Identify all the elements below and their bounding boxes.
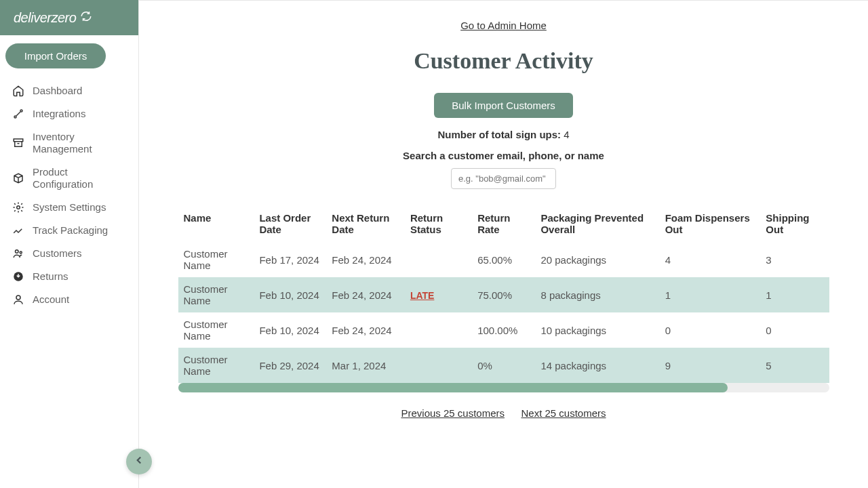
cell-foam: 1 xyxy=(660,277,761,312)
link-icon xyxy=(12,108,24,120)
svg-point-4 xyxy=(16,250,19,253)
svg-point-0 xyxy=(14,116,16,118)
signups-line: Number of total sign ups: 4 xyxy=(139,129,868,140)
cell-status: LATE xyxy=(405,277,472,312)
nav-label: Dashboard xyxy=(33,85,82,97)
col-name[interactable]: Name xyxy=(178,205,254,242)
nav-label: Customers xyxy=(33,247,82,260)
cell-last-order: Feb 17, 2024 xyxy=(254,242,326,277)
sidebar-item-inventory[interactable]: Inventory Management xyxy=(9,125,129,161)
svg-point-7 xyxy=(16,296,20,300)
next-page-link[interactable]: Next 25 customers xyxy=(521,407,606,419)
nav-label: Inventory Management xyxy=(33,131,126,155)
customer-table-wrap: Name Last Order Date Next Return Date Re… xyxy=(178,205,829,383)
nav-label: Returns xyxy=(33,270,68,283)
admin-home-link-wrap: Go to Admin Home xyxy=(139,20,868,32)
nav-label: Track Packaging xyxy=(33,224,108,237)
cell-last-order: Feb 10, 2024 xyxy=(254,312,326,348)
cell-next-return: Feb 24, 2024 xyxy=(326,312,405,348)
nav-label: Integrations xyxy=(33,108,85,120)
table-row[interactable]: Customer NameFeb 29, 2024Mar 1, 20240%14… xyxy=(178,348,829,383)
sidebar-item-customers[interactable]: Customers xyxy=(9,242,129,265)
nav-list: Dashboard Integrations Inventory Managem… xyxy=(0,77,138,314)
logo-arrows-icon xyxy=(80,10,92,25)
cell-rate: 65.00% xyxy=(472,242,535,277)
col-return-status[interactable]: Return Status xyxy=(405,205,472,242)
svg-point-3 xyxy=(17,206,20,209)
cell-last-order: Feb 10, 2024 xyxy=(254,277,326,312)
download-icon xyxy=(12,270,24,283)
page-title: Customer Activity xyxy=(139,48,868,74)
cell-status xyxy=(405,242,472,277)
cell-packaging: 8 packagings xyxy=(535,277,659,312)
sidebar-item-dashboard[interactable]: Dashboard xyxy=(9,79,129,102)
cell-packaging: 14 packagings xyxy=(535,348,659,383)
cell-name: Customer Name xyxy=(178,242,254,277)
import-orders-button[interactable]: Import Orders xyxy=(5,43,106,68)
nav-label: Product Configuration xyxy=(33,166,126,190)
bulk-import-button[interactable]: Bulk Import Customers xyxy=(434,93,573,118)
cell-packaging: 20 packagings xyxy=(535,242,659,277)
sidebar-item-track-packaging[interactable]: Track Packaging xyxy=(9,219,129,242)
nav-label: System Settings xyxy=(33,201,106,214)
sidebar-item-product-config[interactable]: Product Configuration xyxy=(9,161,129,196)
logo-text: deliverzero xyxy=(14,10,76,26)
cell-next-return: Feb 24, 2024 xyxy=(326,277,405,312)
cell-foam: 4 xyxy=(660,242,761,277)
user-icon xyxy=(12,293,24,306)
signups-label: Number of total sign ups: xyxy=(437,129,561,140)
cell-shipping: 0 xyxy=(760,312,829,348)
cell-shipping: 5 xyxy=(760,348,829,383)
sidebar-item-returns[interactable]: Returns xyxy=(9,265,129,288)
box-icon xyxy=(12,172,24,184)
col-return-rate[interactable]: Return Rate xyxy=(472,205,535,242)
pagination: Previous 25 customers Next 25 customers xyxy=(139,407,868,420)
col-foam[interactable]: Foam Dispensers Out xyxy=(660,205,761,242)
users-icon xyxy=(12,247,24,260)
cell-foam: 9 xyxy=(660,348,761,383)
horizontal-scrollbar[interactable] xyxy=(178,383,829,392)
sidebar-item-integrations[interactable]: Integrations xyxy=(9,102,129,125)
cell-name: Customer Name xyxy=(178,348,254,383)
table-row[interactable]: Customer NameFeb 10, 2024Feb 24, 2024100… xyxy=(178,312,829,348)
nav-label: Account xyxy=(33,293,69,306)
sidebar-item-system-settings[interactable]: System Settings xyxy=(9,196,129,219)
cell-status xyxy=(405,312,472,348)
home-icon xyxy=(12,85,24,97)
main-content: Go to Admin Home Customer Activity Bulk … xyxy=(139,0,868,488)
cell-shipping: 3 xyxy=(760,242,829,277)
search-input[interactable] xyxy=(451,168,556,189)
cell-rate: 100.00% xyxy=(472,312,535,348)
archive-icon xyxy=(12,137,24,149)
customer-table: Name Last Order Date Next Return Date Re… xyxy=(178,205,829,383)
table-row[interactable]: Customer NameFeb 10, 2024Feb 24, 2024LAT… xyxy=(178,277,829,312)
signups-value: 4 xyxy=(564,129,569,140)
sidebar-item-account[interactable]: Account xyxy=(9,288,129,311)
logo-bar: deliverzero xyxy=(0,0,138,35)
prev-page-link[interactable]: Previous 25 customers xyxy=(401,407,505,419)
table-row[interactable]: Customer NameFeb 17, 2024Feb 24, 202465.… xyxy=(178,242,829,277)
svg-point-1 xyxy=(20,110,22,112)
cell-name: Customer Name xyxy=(178,277,254,312)
col-next-return[interactable]: Next Return Date xyxy=(326,205,405,242)
admin-home-link[interactable]: Go to Admin Home xyxy=(460,20,547,31)
cell-shipping: 1 xyxy=(760,277,829,312)
svg-rect-2 xyxy=(14,139,23,142)
cell-last-order: Feb 29, 2024 xyxy=(254,348,326,383)
trend-icon xyxy=(12,224,24,237)
search-label: Search a customer email, phone, or name xyxy=(139,150,868,161)
cell-next-return: Mar 1, 2024 xyxy=(326,348,405,383)
cell-packaging: 10 packagings xyxy=(535,312,659,348)
cell-status xyxy=(405,348,472,383)
col-last-order[interactable]: Last Order Date xyxy=(254,205,326,242)
cell-rate: 75.00% xyxy=(472,277,535,312)
col-shipping[interactable]: Shipping Out xyxy=(760,205,829,242)
cell-rate: 0% xyxy=(472,348,535,383)
col-packaging[interactable]: Packaging Prevented Overall xyxy=(535,205,659,242)
gear-icon xyxy=(12,201,24,214)
late-badge: LATE xyxy=(410,290,435,301)
scrollbar-thumb[interactable] xyxy=(178,383,728,392)
svg-point-5 xyxy=(20,251,22,253)
cell-next-return: Feb 24, 2024 xyxy=(326,242,405,277)
cell-foam: 0 xyxy=(660,312,761,348)
